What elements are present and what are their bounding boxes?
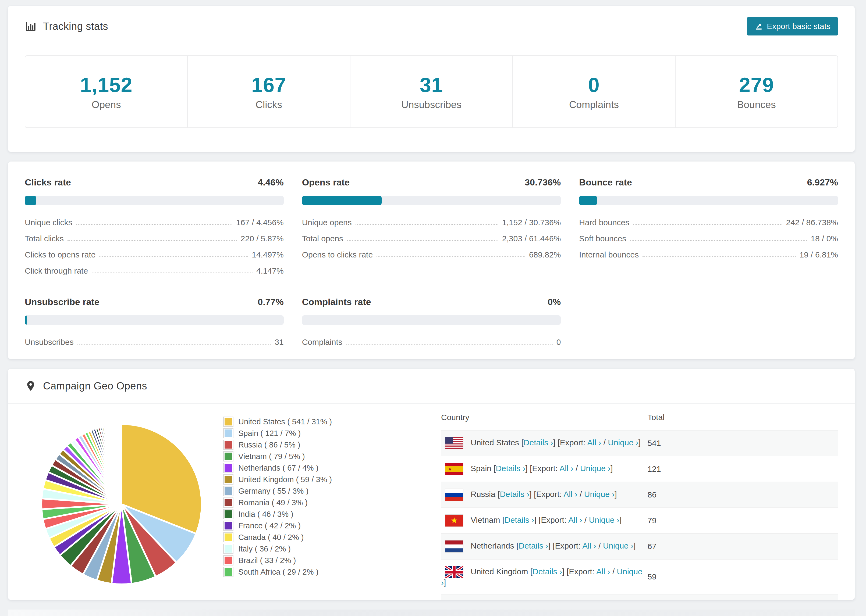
country-name: United Kingdom — [471, 567, 528, 576]
export-unique-link[interactable]: Unique › — [589, 515, 619, 524]
rate-detail-label: Opens to clicks rate — [302, 250, 373, 259]
geo-body: United States ( 541 / 31% )Spain ( 121 /… — [8, 404, 855, 600]
table-row-us: United States [Details ›] [Export: All ›… — [441, 430, 838, 456]
export-all-link[interactable]: All › — [559, 464, 573, 473]
legend-label: Canada ( 40 / 2% ) — [238, 533, 304, 542]
legend-swatch — [224, 533, 233, 542]
legend-swatch — [224, 509, 233, 519]
rate-panel-unsubscribe-rate: Unsubscribe rate0.77%Unsubscribes31 — [25, 297, 284, 350]
export-prefix: Export: — [532, 464, 557, 473]
rate-detail-value: 2,303 / 61.446% — [502, 234, 561, 243]
rate-detail-value: 242 / 86.738% — [786, 218, 838, 227]
details-link[interactable]: Details › — [505, 515, 534, 524]
legend-swatch — [224, 521, 233, 530]
rate-detail-row: Unique opens1,152 / 30.736% — [302, 214, 561, 231]
export-unique-link[interactable]: Unique › — [580, 464, 611, 473]
details-link[interactable]: Details › — [524, 438, 553, 447]
table-row-nl: Netherlands [Details ›] [Export: All › /… — [441, 533, 838, 559]
country-name: Russia — [471, 490, 495, 498]
rate-detail-label: Soft bounces — [579, 234, 626, 243]
country-total: 67 — [648, 533, 838, 559]
rate-title: Bounce rate — [579, 177, 632, 188]
rate-detail-value: 0 — [556, 338, 561, 347]
legend-swatch — [224, 440, 233, 449]
table-row-ru: Russia [Details ›] [Export: All › / Uniq… — [441, 482, 838, 508]
rate-detail-value: 1,152 / 30.736% — [502, 218, 561, 227]
rate-title: Unsubscribe rate — [25, 297, 99, 307]
legend-label: India ( 46 / 3% ) — [238, 510, 293, 519]
export-unique-link[interactable]: Unique › — [608, 438, 638, 447]
legend-label: Vietnam ( 79 / 5% ) — [238, 452, 305, 461]
legend-item: Spain ( 121 / 7% ) — [224, 429, 390, 438]
bar-chart-icon — [25, 20, 36, 32]
dotted-leader — [77, 344, 271, 344]
table-row-es: Spain [Details ›] [Export: All › / Uniqu… — [441, 456, 838, 482]
rate-value: 4.46% — [258, 177, 283, 188]
country-total: 59 — [648, 559, 838, 594]
export-all-link[interactable]: All › — [568, 515, 582, 524]
geo-pie-chart[interactable] — [25, 404, 224, 600]
legend-item: France ( 42 / 2% ) — [224, 521, 390, 530]
rate-detail-label: Unsubscribes — [25, 338, 74, 347]
legend-swatch — [224, 464, 233, 473]
table-row-vn: Vietnam [Details ›] [Export: All › / Uni… — [441, 508, 838, 533]
stat-value: 31 — [420, 73, 443, 96]
legend-label: France ( 42 / 2% ) — [238, 522, 301, 530]
rate-title: Complaints rate — [302, 297, 371, 307]
legend-label: Germany ( 55 / 3% ) — [238, 487, 309, 496]
legend-item: South Africa ( 29 / 2% ) — [224, 567, 390, 577]
country-total: 121 — [648, 456, 838, 482]
summary-stats-row: 1,152Opens167Clicks31Unsubscribes0Compla… — [25, 55, 838, 128]
export-unique-link[interactable]: Unique › — [584, 490, 614, 498]
legend-label: Russia ( 86 / 5% ) — [238, 440, 300, 449]
rate-detail-value: 14.497% — [252, 250, 283, 259]
rate-value: 6.927% — [807, 177, 838, 188]
geo-legend: United States ( 541 / 31% )Spain ( 121 /… — [224, 404, 390, 600]
dotted-leader — [630, 240, 807, 241]
summary-stat-opens: 1,152Opens — [25, 56, 187, 127]
country-name: United States — [471, 438, 519, 447]
export-all-link[interactable]: All › — [587, 438, 601, 447]
legend-swatch — [224, 417, 233, 426]
country-name: Vietnam — [471, 515, 500, 524]
legend-swatch — [224, 429, 233, 438]
stat-value: 0 — [588, 73, 600, 96]
details-link[interactable]: Details › — [500, 490, 529, 498]
export-unique-link[interactable]: Unique › — [603, 541, 633, 550]
export-all-link[interactable]: All › — [582, 541, 596, 550]
geo-header: Campaign Geo Opens — [8, 369, 855, 404]
map-pin-icon — [25, 380, 36, 392]
details-link[interactable]: Details › — [532, 567, 562, 576]
geo-table-wrap: Country Total United States [Details ›] … — [441, 404, 838, 600]
details-link[interactable]: Details › — [496, 464, 525, 473]
legend-label: United States ( 541 / 31% ) — [238, 417, 332, 426]
rate-detail-value: 19 / 6.81% — [800, 250, 838, 259]
rate-detail-value: 31 — [275, 338, 283, 347]
legend-item: United Kingdom ( 59 / 3% ) — [224, 475, 390, 484]
country-total: 86 — [648, 482, 838, 508]
legend-item: Italy ( 36 / 2% ) — [224, 544, 390, 553]
country-name: Netherlands — [471, 541, 514, 550]
details-link[interactable]: Details › — [518, 541, 548, 550]
legend-item: Vietnam ( 79 / 5% ) — [224, 452, 390, 461]
rate-detail-value: 167 / 4.456% — [236, 218, 284, 227]
rate-detail-value: 689.82% — [529, 250, 561, 259]
legend-label: Brazil ( 33 / 2% ) — [238, 556, 296, 565]
rates-card: Clicks rate4.46%Unique clicks167 / 4.456… — [8, 162, 855, 359]
export-all-link[interactable]: All › — [596, 567, 610, 576]
rate-panel-complaints-rate: Complaints rate0%Complaints0 — [302, 297, 561, 350]
progress-bar — [302, 196, 561, 205]
flag-icon-ru — [446, 489, 463, 501]
rate-detail-row: Click through rate4.147% — [25, 263, 284, 279]
rate-value: 0% — [548, 297, 561, 307]
rate-title: Clicks rate — [25, 177, 71, 188]
rate-panel-bounce-rate: Bounce rate6.927%Hard bounces242 / 86.73… — [579, 177, 838, 279]
legend-item: India ( 46 / 3% ) — [224, 509, 390, 519]
page: Tracking stats Export basic stats 1,152O… — [0, 0, 866, 616]
export-basic-stats-button[interactable]: Export basic stats — [747, 17, 838, 36]
export-all-link[interactable]: All › — [564, 490, 578, 498]
column-header-country: Country — [441, 404, 648, 430]
export-prefix: Export: — [536, 490, 562, 498]
legend-swatch — [224, 544, 233, 553]
rate-detail-value: 220 / 5.87% — [241, 234, 284, 243]
